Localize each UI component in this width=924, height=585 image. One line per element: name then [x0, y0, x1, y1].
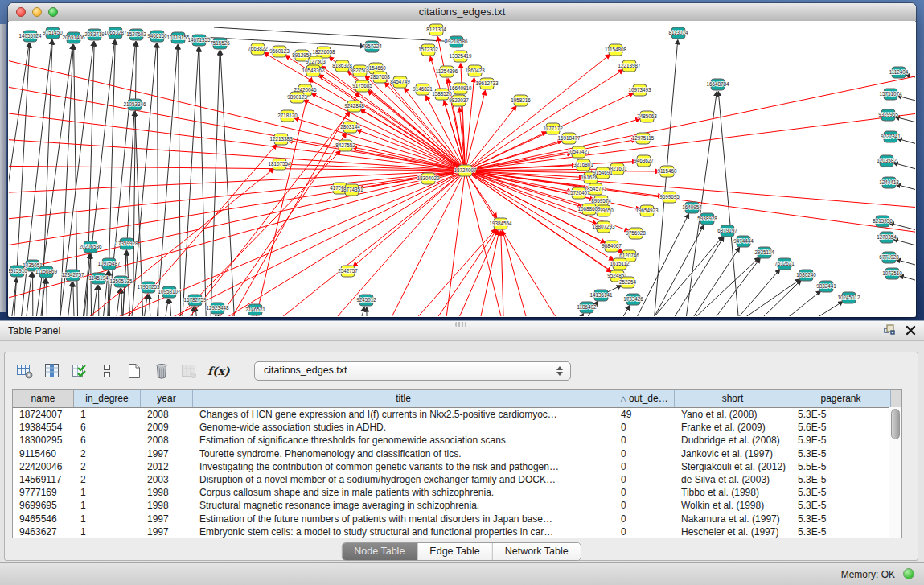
graph-node[interactable]: 9329965: [878, 109, 898, 121]
graph-node[interactable]: 9660123: [269, 46, 290, 57]
graph-node[interactable]: 19384554: [489, 218, 512, 229]
graph-node[interactable]: 1733426: [623, 294, 643, 305]
column-header-title[interactable]: title: [193, 390, 614, 407]
graph-node[interactable]: 9146821: [413, 84, 433, 95]
graph-node[interactable]: 9463627: [634, 155, 654, 167]
graph-node[interactable]: 19612733: [475, 78, 499, 89]
graph-node[interactable]: 1527602: [126, 29, 146, 40]
graph-node[interactable]: 8215956: [873, 216, 893, 227]
column-header-short[interactable]: short: [675, 390, 791, 407]
function-builder-button[interactable]: f(x): [206, 360, 227, 381]
graph-node[interactable]: 6879197: [717, 225, 737, 237]
table-row[interactable]: 1938455462009Genome-wide association stu…: [13, 421, 901, 434]
graph-node[interactable]: 12213987: [618, 60, 641, 72]
table-row[interactable]: 1872400712008Changes of HCN gene express…: [13, 408, 901, 421]
float-panel-icon[interactable]: [884, 323, 896, 339]
tab-edge-table[interactable]: Edge Table: [417, 543, 492, 560]
column-header-pagerank[interactable]: pagerank: [791, 390, 891, 407]
table-row[interactable]: 977716911998Corpus callosum shape and si…: [13, 486, 901, 499]
row-height-button[interactable]: [97, 360, 117, 381]
column-header-name[interactable]: name: [13, 390, 74, 407]
scrollbar-thumb[interactable]: [891, 409, 900, 439]
graph-node[interactable]: 7632621: [774, 258, 795, 270]
graph-node[interactable]: 8427552: [335, 140, 355, 151]
graph-node[interactable]: 7485063: [637, 111, 657, 122]
graph-node[interactable]: 14671355: [187, 35, 211, 46]
table-row[interactable]: 911546021997Tourette syndrome. Phenomeno…: [13, 447, 901, 460]
graph-node[interactable]: 1112404: [889, 67, 909, 78]
graph-node[interactable]: 2146521: [245, 304, 265, 315]
table-row[interactable]: 1830029562008Estimation of significance …: [13, 434, 901, 447]
table-row[interactable]: 946554611997Estimation of the future num…: [13, 513, 901, 525]
graph-node[interactable]: 1270354: [877, 232, 897, 243]
graph-node[interactable]: 19218586: [445, 36, 468, 47]
graph-node[interactable]: 9466160: [147, 31, 167, 42]
column-header-in_degree[interactable]: in_degree: [74, 390, 141, 407]
column-header-year[interactable]: year: [141, 390, 193, 407]
graph-node[interactable]: 1203582: [877, 155, 897, 167]
graph-node[interactable]: 14055724: [18, 31, 42, 42]
graph-node[interactable]: 6771028: [879, 252, 899, 263]
graph-node[interactable]: 13325419: [449, 51, 472, 62]
graph-node[interactable]: 1145194: [88, 273, 109, 284]
import-table-button[interactable]: [179, 360, 199, 381]
column-chooser-button[interactable]: [42, 360, 63, 381]
graph-node[interactable]: 252254: [619, 277, 637, 288]
graph-node[interactable]: 18107554: [268, 159, 291, 170]
close-panel-icon[interactable]: [906, 324, 916, 339]
graph-node[interactable]: 2718120: [277, 110, 298, 122]
graph-node[interactable]: 9832441: [816, 281, 836, 292]
table-row[interactable]: 969969511998Structural magnetic resonanc…: [13, 499, 901, 512]
table-settings-button[interactable]: [14, 360, 35, 381]
graph-node[interactable]: 13505135: [109, 276, 133, 287]
panel-resize-handle[interactable]: [455, 322, 466, 327]
graph-node[interactable]: 11154808: [605, 44, 627, 56]
graph-node[interactable]: 7957224: [362, 41, 382, 52]
graph-node[interactable]: 7515526: [210, 38, 230, 49]
table-vertical-scrollbar[interactable]: [889, 407, 901, 538]
graph-node[interactable]: 8113014: [668, 27, 688, 39]
graph-node[interactable]: 10653287: [104, 27, 127, 39]
graph-node[interactable]: 5938928: [697, 213, 717, 225]
graph-node[interactable]: 1073510: [882, 268, 902, 279]
graph-node[interactable]: 1186402: [577, 302, 597, 313]
new-document-button[interactable]: [124, 360, 145, 381]
graph-node[interactable]: 1572302: [418, 44, 438, 56]
graph-node[interactable]: 10245012: [837, 292, 860, 303]
graph-node[interactable]: 16648784: [706, 79, 729, 90]
graph-node[interactable]: 19654923: [635, 205, 659, 216]
graph-node[interactable]: 9227341: [881, 131, 901, 142]
graph-node[interactable]: 9245012: [356, 295, 376, 306]
graph-node[interactable]: 2803144: [340, 122, 360, 133]
graph-node[interactable]: 9474444: [733, 236, 754, 247]
graph-node[interactable]: 2542757: [338, 266, 358, 277]
graph-node[interactable]: 12923448: [206, 303, 229, 314]
memory-status-indicator[interactable]: [903, 568, 914, 579]
table-row[interactable]: 2242004622012Investigating the contribut…: [13, 460, 901, 473]
graph-node[interactable]: 9175685: [352, 80, 372, 92]
graph-node[interactable]: 9115460: [657, 166, 677, 177]
select-columns-button[interactable]: [69, 360, 90, 381]
graph-node[interactable]: 20206536: [79, 241, 102, 253]
graph-node[interactable]: 1640954: [682, 202, 702, 213]
graph-node[interactable]: 1615112: [610, 258, 630, 270]
tab-network-table[interactable]: Network Table: [493, 543, 581, 560]
graph-node[interactable]: 9699695: [659, 192, 680, 203]
graph-node[interactable]: 2083719: [84, 29, 105, 40]
table-select-dropdown[interactable]: citations_edges.txt: [254, 361, 571, 381]
table-row[interactable]: 946362711997Embryonic stem cells: a mode…: [13, 525, 901, 538]
graph-node[interactable]: 1080240: [796, 270, 816, 281]
graph-node[interactable]: 9822037: [449, 95, 469, 106]
graph-node[interactable]: 9151450: [43, 27, 63, 39]
column-header-out_de[interactable]: △out_de…: [614, 390, 675, 407]
graph-node[interactable]: 1958216: [511, 95, 531, 106]
delete-button[interactable]: [151, 360, 172, 381]
graph-node[interactable]: 12975115: [632, 133, 655, 144]
tab-node-table[interactable]: Node Table: [342, 543, 417, 560]
graph-node[interactable]: 2935114: [754, 247, 774, 258]
graph-node[interactable]: 17359928: [115, 238, 138, 249]
graph-node[interactable]: 1777172: [543, 123, 563, 134]
table-row[interactable]: 1456911722003Disruption of a novel membe…: [13, 473, 901, 486]
graph-node[interactable]: 9756928: [626, 228, 646, 239]
graph-node[interactable]: 20691406: [62, 32, 85, 43]
